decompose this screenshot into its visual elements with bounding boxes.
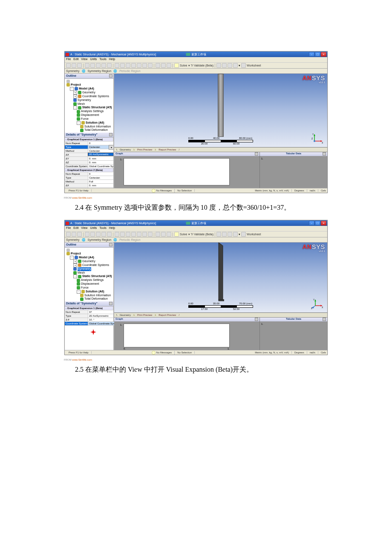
tab-report-preview[interactable]: Report Preview bbox=[159, 148, 176, 151]
menu-help[interactable]: Help bbox=[109, 226, 115, 231]
tab-report-preview[interactable]: Report Preview bbox=[159, 314, 176, 316]
tree-displacement[interactable]: Displacement bbox=[81, 113, 99, 117]
tree-force[interactable]: Force bbox=[81, 286, 89, 290]
minimize-button[interactable]: - bbox=[309, 52, 314, 57]
zoom-sel-icon[interactable] bbox=[142, 63, 147, 68]
menu-edit[interactable]: Edit bbox=[73, 58, 78, 62]
tree-analysis-settings[interactable]: Analysis Settings bbox=[81, 110, 104, 113]
tab-geometry[interactable]: Geometry bbox=[120, 314, 131, 316]
worksheet-button[interactable]: Worksheet bbox=[247, 233, 261, 236]
toolbar-icon[interactable] bbox=[107, 232, 112, 237]
menu-file[interactable]: File bbox=[66, 58, 71, 62]
toolbar-icon[interactable] bbox=[66, 63, 71, 68]
zoom-fit-icon[interactable] bbox=[137, 63, 141, 68]
triad-icon[interactable]: X Y Z bbox=[311, 133, 324, 145]
sub-symmetry-region[interactable]: Symmetry Region bbox=[88, 238, 112, 241]
minimize-button[interactable]: - bbox=[309, 221, 314, 225]
panel-pin-icon[interactable] bbox=[109, 133, 112, 136]
details-grid[interactable]: - Graphical Expansion 1 (Beta) Num Repea… bbox=[65, 306, 113, 350]
tab-print-preview[interactable]: Print Preview bbox=[137, 148, 152, 151]
menu-tools[interactable]: Tools bbox=[99, 226, 106, 231]
validate-button[interactable]: ?/ Validate (Beta) bbox=[191, 233, 214, 236]
toolbar-icon[interactable] bbox=[96, 232, 101, 237]
worksheet-button[interactable]: Worksheet bbox=[247, 64, 261, 67]
toolbar-icon[interactable] bbox=[66, 232, 71, 237]
toolbar-icon[interactable] bbox=[72, 63, 76, 68]
dropdown-option[interactable]: 2D AxiSymmetric bbox=[88, 153, 113, 156]
worksheet-icon[interactable] bbox=[241, 63, 246, 68]
tree-solution[interactable]: Solution (A6) bbox=[86, 290, 104, 294]
tree-model[interactable]: Model (A4) bbox=[79, 87, 94, 91]
tree-analysis-settings[interactable]: Analysis Settings bbox=[81, 278, 104, 282]
zoom-icon[interactable] bbox=[126, 63, 130, 68]
zoom-icon[interactable] bbox=[126, 232, 130, 237]
status-messages[interactable]: No Messages bbox=[156, 351, 172, 354]
panel-pin-icon[interactable] bbox=[255, 318, 258, 321]
tree-solinfo[interactable]: Solution Information bbox=[84, 294, 111, 298]
validate-button[interactable]: ?/ Validate (Beta) bbox=[191, 64, 214, 67]
toolbar-icon[interactable] bbox=[222, 63, 227, 68]
sub-symmetry[interactable]: Symmetry bbox=[66, 69, 80, 72]
toolbar-icon[interactable] bbox=[107, 63, 112, 68]
toolbar-icon[interactable] bbox=[101, 232, 106, 237]
rotate-icon[interactable] bbox=[115, 232, 119, 237]
maximize-button[interactable]: □ bbox=[315, 52, 320, 57]
close-button[interactable]: × bbox=[321, 221, 326, 225]
tree-static[interactable]: Static Structural (A5) bbox=[82, 106, 112, 110]
toolbar-icon[interactable] bbox=[77, 63, 82, 68]
zoom-box-icon[interactable] bbox=[131, 63, 136, 68]
toolbar-icon[interactable] bbox=[72, 232, 76, 237]
menu-edit[interactable]: Edit bbox=[73, 226, 78, 231]
tab-print-preview[interactable]: Print Preview bbox=[137, 314, 152, 316]
panel-pin-icon[interactable] bbox=[255, 152, 258, 156]
outline-tree[interactable]: Project -Model (A4) +Geometry +Coordinat… bbox=[65, 248, 113, 301]
toolbar-icon[interactable] bbox=[233, 232, 238, 237]
tree-symmetry[interactable]: Symmetry bbox=[78, 98, 91, 102]
panel-pin-icon[interactable] bbox=[109, 243, 112, 246]
outline-tree[interactable]: Project -Model (A4) +Geometry +Coordinat… bbox=[65, 79, 113, 133]
menu-view[interactable]: View bbox=[81, 226, 87, 231]
toolbar-icon[interactable] bbox=[228, 63, 232, 68]
solve-icon[interactable] bbox=[174, 232, 179, 237]
solve-icon[interactable] bbox=[174, 63, 179, 68]
toolbar-icon[interactable] bbox=[90, 232, 95, 237]
toolbar-icon[interactable] bbox=[161, 63, 166, 68]
menu-tools[interactable]: Tools bbox=[99, 58, 106, 62]
pan-icon[interactable] bbox=[120, 232, 125, 237]
tree-geometry[interactable]: Geometry bbox=[82, 91, 95, 95]
toolbar-icon[interactable] bbox=[85, 232, 89, 237]
menu-units[interactable]: Units bbox=[90, 58, 97, 62]
close-button[interactable]: × bbox=[321, 52, 326, 57]
panel-pin-icon[interactable] bbox=[109, 74, 112, 78]
worksheet-icon[interactable] bbox=[241, 232, 246, 237]
tree-solinfo[interactable]: Solution Information bbox=[84, 125, 111, 129]
graph-canvas[interactable] bbox=[124, 324, 230, 347]
panel-pin-icon[interactable] bbox=[323, 318, 326, 321]
status-messages[interactable]: No Messages bbox=[156, 189, 172, 192]
tree-geometry[interactable]: Geometry bbox=[82, 260, 95, 263]
solve-button[interactable]: Solve bbox=[180, 64, 187, 67]
tree-symmetry[interactable]: Symmetry bbox=[78, 267, 91, 271]
toolbar-icon[interactable] bbox=[222, 232, 227, 237]
toolbar-icon[interactable] bbox=[77, 232, 82, 237]
tree-coord[interactable]: Coordinate Systems bbox=[82, 95, 109, 98]
3d-viewport[interactable]: ANSYS v12.1 X Y Z 0.0040.0080.00 (mm) bbox=[114, 74, 327, 147]
toolbar-icon[interactable] bbox=[167, 63, 171, 68]
toolbar-icon[interactable] bbox=[96, 63, 101, 68]
tree-project[interactable]: Project bbox=[71, 83, 81, 87]
zoom-sel-icon[interactable] bbox=[142, 232, 147, 237]
toolbar-icon[interactable] bbox=[90, 63, 95, 68]
details-grid[interactable]: - Graphical Expansion 1 (Beta) Num Repea… bbox=[65, 138, 113, 188]
tree-force[interactable]: Force bbox=[81, 117, 89, 121]
zoom-box-icon[interactable] bbox=[131, 232, 136, 237]
menu-view[interactable]: View bbox=[81, 58, 87, 62]
tree-total-deformation[interactable]: Total Deformation bbox=[84, 128, 108, 132]
tree-total-deformation[interactable]: Total Deformation bbox=[84, 297, 108, 301]
look-at-icon[interactable] bbox=[148, 232, 153, 237]
rotate-icon[interactable] bbox=[115, 63, 119, 68]
solve-button[interactable]: Solve bbox=[180, 233, 187, 236]
triad-icon[interactable]: X Y Z bbox=[311, 298, 324, 310]
toolbar-icon[interactable] bbox=[216, 63, 221, 68]
toolbar-icon[interactable] bbox=[233, 63, 238, 68]
toolbar-icon[interactable] bbox=[85, 63, 89, 68]
